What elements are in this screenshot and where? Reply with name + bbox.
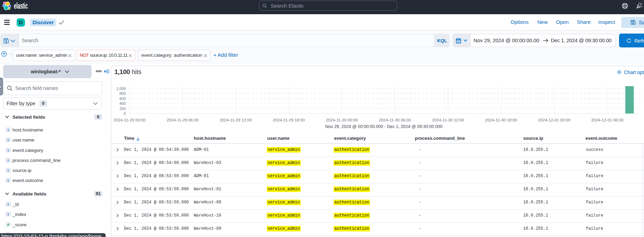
svg-text:2024-11-30 18:00: 2024-11-30 18:00 [485, 118, 517, 122]
svg-text:2024-11-30 00:00: 2024-11-30 00:00 [326, 118, 358, 122]
svg-text:2024-11-29 06:00: 2024-11-29 06:00 [167, 118, 199, 122]
svg-text:600: 600 [120, 97, 126, 101]
svg-text:2024-12-01 06:00: 2024-12-01 06:00 [591, 118, 624, 122]
svg-text:2024-11-29 12:00: 2024-11-29 12:00 [220, 118, 252, 122]
svg-text:2024-11-30 06:00: 2024-11-30 06:00 [379, 118, 411, 122]
svg-text:2024-11-30 12:00: 2024-11-30 12:00 [432, 118, 464, 122]
svg-text:2024-11-29 18:00: 2024-11-29 18:00 [273, 118, 305, 122]
svg-text:Nov 29, 2024 @ 00:00:00.000 -: Nov 29, 2024 @ 00:00:00.000 - Dec 1, 202… [325, 124, 442, 129]
svg-text:2024-11-29 00:00: 2024-11-29 00:00 [114, 118, 146, 122]
svg-text:2024-12-01 00:00: 2024-12-01 00:00 [538, 118, 571, 122]
svg-text:1,000: 1,000 [116, 86, 126, 91]
svg-text:800: 800 [120, 91, 126, 95]
svg-text:200: 200 [120, 107, 126, 111]
svg-text:400: 400 [120, 101, 126, 106]
svg-text:0: 0 [124, 111, 126, 116]
